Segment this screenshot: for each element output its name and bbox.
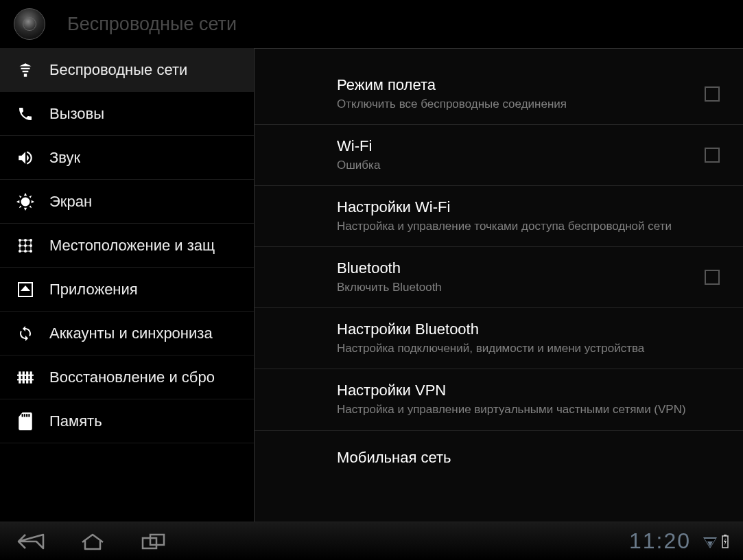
settings-app-icon[interactable] bbox=[14, 8, 45, 40]
wireless-icon bbox=[15, 60, 36, 80]
sync-icon bbox=[15, 323, 36, 344]
status-icons[interactable] bbox=[703, 535, 729, 548]
phone-icon bbox=[15, 104, 36, 124]
setting-title: Настройки Wi-Fi bbox=[337, 198, 722, 216]
battery-charging-icon bbox=[721, 535, 729, 548]
airplane-mode-checkbox[interactable] bbox=[705, 86, 720, 102]
apps-icon bbox=[15, 279, 36, 300]
sidebar-label: Местоположение и защ bbox=[49, 237, 215, 255]
bluetooth-checkbox[interactable] bbox=[705, 270, 720, 285]
sidebar-label: Приложения bbox=[49, 281, 138, 299]
svg-rect-17 bbox=[24, 414, 25, 417]
sidebar-label: Звук bbox=[49, 149, 80, 167]
settings-detail-panel: Режим полета Отключить все беспроводные … bbox=[254, 48, 743, 522]
sidebar-label: Аккаунты и синхрониза bbox=[49, 325, 213, 342]
sidebar-item-calls[interactable]: Вызовы bbox=[0, 92, 254, 136]
svg-rect-14 bbox=[17, 374, 34, 375]
svg-rect-16 bbox=[22, 414, 23, 417]
sidebar-label: Восстановление и сбро bbox=[49, 369, 215, 386]
system-navbar: 11:20 bbox=[0, 522, 743, 560]
setting-title: Bluetooth bbox=[337, 259, 705, 277]
back-button[interactable] bbox=[14, 531, 48, 552]
speaker-icon bbox=[15, 148, 36, 168]
wifi-checkbox[interactable] bbox=[705, 148, 720, 163]
svg-rect-18 bbox=[26, 414, 27, 417]
setting-title: Wi-Fi bbox=[337, 137, 705, 155]
sidebar-item-accounts[interactable]: Аккаунты и синхрониза bbox=[0, 312, 254, 355]
setting-subtitle: Настройка и управление точками доступа б… bbox=[337, 219, 722, 234]
location-grid-icon bbox=[15, 235, 36, 256]
svg-rect-11 bbox=[23, 371, 25, 383]
setting-title: Мобильная сеть bbox=[337, 449, 722, 467]
setting-airplane-mode[interactable]: Режим полета Отключить все беспроводные … bbox=[255, 49, 743, 125]
setting-title: Настройки VPN bbox=[337, 382, 722, 399]
sidebar-item-wireless[interactable]: Беспроводные сети bbox=[0, 48, 254, 92]
sidebar-item-sound[interactable]: Звук bbox=[0, 136, 254, 180]
wifi-status-icon bbox=[703, 535, 717, 548]
setting-title: Настройки Bluetooth bbox=[337, 320, 722, 338]
setting-wifi[interactable]: Wi-Fi Ошибка bbox=[255, 125, 743, 186]
svg-rect-12 bbox=[26, 371, 28, 383]
setting-bluetooth[interactable]: Bluetooth Включить Bluetooth bbox=[255, 247, 743, 308]
setting-wifi-settings[interactable]: Настройки Wi-Fi Настройка и управление т… bbox=[255, 186, 743, 247]
svg-rect-19 bbox=[28, 414, 30, 417]
sidebar-item-privacy[interactable]: Восстановление и сбро bbox=[0, 355, 254, 399]
header-title: Беспроводные сети bbox=[67, 14, 237, 35]
header: Беспроводные сети bbox=[0, 0, 743, 48]
setting-subtitle: Включить Bluetooth bbox=[337, 280, 705, 295]
svg-rect-13 bbox=[30, 371, 32, 383]
sidebar-item-display[interactable]: Экран bbox=[0, 180, 254, 224]
main-content: Беспроводные сети Вызовы Звук Экран Мест bbox=[0, 48, 743, 522]
setting-subtitle: Ошибка bbox=[337, 158, 705, 173]
setting-subtitle: Настройка подключений, видимости и имени… bbox=[337, 341, 722, 356]
sidebar-label: Память bbox=[49, 412, 102, 430]
setting-bluetooth-settings[interactable]: Настройки Bluetooth Настройка подключени… bbox=[255, 308, 743, 369]
setting-vpn-settings[interactable]: Настройки VPN Настройка и управление вир… bbox=[255, 369, 743, 430]
home-button[interactable] bbox=[75, 531, 110, 552]
privacy-fence-icon bbox=[15, 367, 36, 388]
sidebar-item-storage[interactable]: Память bbox=[0, 399, 254, 443]
setting-title: Режим полета bbox=[337, 76, 705, 94]
sidebar-label: Экран bbox=[49, 193, 92, 211]
setting-mobile-network[interactable]: Мобильная сеть bbox=[255, 431, 743, 487]
sidebar-label: Вызовы bbox=[49, 105, 104, 123]
svg-rect-23 bbox=[724, 535, 727, 536]
setting-subtitle: Настройка и управление виртуальными част… bbox=[337, 402, 722, 417]
svg-rect-10 bbox=[19, 371, 21, 383]
clock[interactable]: 11:20 bbox=[629, 528, 691, 554]
settings-sidebar: Беспроводные сети Вызовы Звук Экран Мест bbox=[0, 48, 254, 522]
recent-apps-button[interactable] bbox=[137, 531, 172, 552]
sidebar-item-apps[interactable]: Приложения bbox=[0, 268, 254, 312]
sd-card-icon bbox=[15, 411, 36, 432]
sidebar-item-location[interactable]: Местоположение и защ bbox=[0, 224, 254, 268]
brightness-icon bbox=[15, 191, 36, 212]
svg-rect-15 bbox=[17, 379, 34, 380]
setting-subtitle: Отключить все беспроводные соединения bbox=[337, 97, 705, 112]
sidebar-label: Беспроводные сети bbox=[49, 61, 187, 79]
